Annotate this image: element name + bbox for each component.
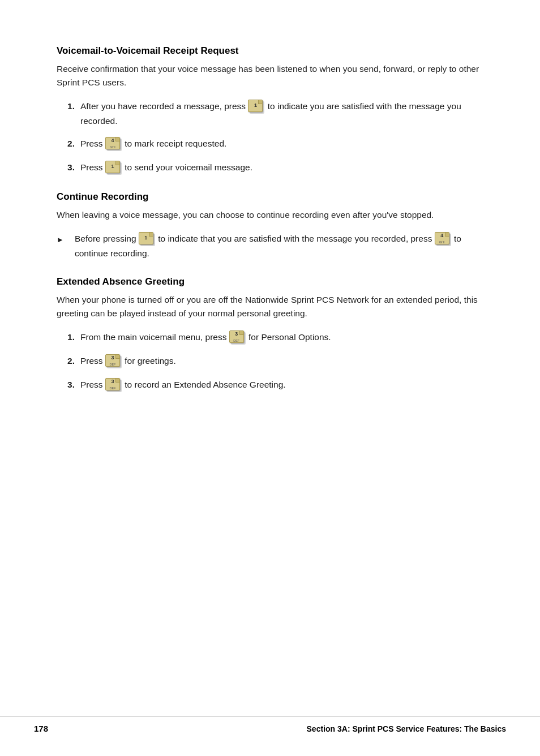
key-3a-button: 3 DEF xyxy=(229,330,244,343)
key-letters: DEF xyxy=(109,362,115,367)
text-after: to mark receipt requested. xyxy=(125,139,226,148)
text-after: for greetings. xyxy=(125,356,175,366)
section-title-voicemail-receipt: Voicemail-to-Voicemail Receipt Request xyxy=(57,45,483,57)
text-before: Press xyxy=(80,380,105,389)
extended-absence-list: 1. From the main voicemail menu, press 3… xyxy=(57,330,483,393)
key-4-wrapper: 4 GHI xyxy=(105,137,122,152)
key-letters: GHI xyxy=(110,145,115,150)
text-after: to record an Extended Absence Greeting. xyxy=(125,380,285,389)
key-4-button: 4 GHI xyxy=(105,137,120,149)
text-before: Press xyxy=(80,162,103,172)
continue-recording-list: ► Before pressing 1 to indicate that you… xyxy=(57,232,483,260)
key-1b-button: 1 xyxy=(105,161,120,173)
text-segment-1: Before pressing xyxy=(75,234,139,243)
list-number: 3. xyxy=(57,161,75,174)
key-number: 1 xyxy=(111,163,114,171)
text-before: After you have recorded a message, press xyxy=(80,101,246,111)
key-letters: GHI xyxy=(439,240,445,245)
key-4b-wrapper: 4 GHI xyxy=(435,232,452,247)
list-number: 3. xyxy=(57,378,75,392)
list-item-content: From the main voicemail menu, press 3 DE… xyxy=(80,330,483,345)
key-number: 4 xyxy=(440,232,443,240)
page-content: Voicemail-to-Voicemail Receipt Request R… xyxy=(0,0,540,756)
section-body-voicemail-receipt: Receive confirmation that your voice mes… xyxy=(57,62,483,89)
list-number: 2. xyxy=(57,354,75,368)
list-item-content: Before pressing 1 to indicate that you a… xyxy=(75,232,483,260)
list-item: 1. From the main voicemail menu, press 3… xyxy=(57,330,483,345)
page-number: 178 xyxy=(34,724,48,733)
key-1b-wrapper: 1 xyxy=(105,161,122,175)
voicemail-receipt-list: 1. After you have recorded a message, pr… xyxy=(57,100,483,175)
section-title-continue-recording: Continue Recording xyxy=(57,191,483,203)
key-letters: DEF xyxy=(109,386,115,391)
key-3b-button: 3 DEF xyxy=(105,354,120,367)
text-before: Press xyxy=(80,139,103,148)
list-item-content: Press 1 to send your voicemail message. xyxy=(80,161,483,175)
section-body-continue-recording: When leaving a voice message, you can ch… xyxy=(57,208,483,222)
key-number: 3 xyxy=(235,330,238,338)
list-item: 1. After you have recorded a message, pr… xyxy=(57,100,483,128)
key-3b-wrapper: 3 DEF xyxy=(105,354,122,369)
key-letters: DEF xyxy=(233,338,239,343)
footer-section-title: Section 3A: Sprint PCS Service Features:… xyxy=(307,724,506,733)
key-number: 3 xyxy=(111,378,114,386)
list-item: 3. Press 3 DEF to record an Extended Abs… xyxy=(57,378,483,393)
list-item: 2. Press 3 DEF for greetings. xyxy=(57,354,483,369)
list-number: 2. xyxy=(57,137,75,151)
key-1c-wrapper: 1 xyxy=(139,232,156,247)
section-continue-recording: Continue Recording When leaving a voice … xyxy=(57,191,483,260)
key-number: 4 xyxy=(111,137,114,145)
section-body-extended-absence: When your phone is turned off or you are… xyxy=(57,293,483,320)
list-item-content: Press 3 DEF to record an Extended Absenc… xyxy=(80,378,483,393)
text-before: Press xyxy=(80,356,105,366)
key-3c-wrapper: 3 DEF xyxy=(105,378,122,393)
key-1-wrapper: 1 xyxy=(248,100,265,114)
key-number: 3 xyxy=(111,354,114,362)
list-number: 1. xyxy=(57,100,75,113)
list-item: 3. Press 1 to send your voicemail messag… xyxy=(57,161,483,175)
list-item-content: Press 3 DEF for greetings. xyxy=(80,354,483,369)
list-item-content: Press 4 GHI to mark receipt requested. xyxy=(80,137,483,152)
text-after: to send your voicemail message. xyxy=(125,162,252,172)
list-item: 2. Press 4 GHI to mark receipt requested… xyxy=(57,137,483,152)
bullet-arrow-icon: ► xyxy=(57,234,70,246)
list-number: 1. xyxy=(57,330,75,344)
key-1-button: 1 xyxy=(248,100,263,112)
text-segment-2: to indicate that you are satisfied with … xyxy=(158,234,435,243)
list-item-content: After you have recorded a message, press… xyxy=(80,100,483,128)
key-3a-wrapper: 3 DEF xyxy=(229,330,246,345)
list-item: ► Before pressing 1 to indicate that you… xyxy=(57,232,483,260)
section-extended-absence: Extended Absence Greeting When your phon… xyxy=(57,276,483,393)
section-voicemail-receipt: Voicemail-to-Voicemail Receipt Request R… xyxy=(57,45,483,175)
text-before: From the main voicemail menu, press xyxy=(80,332,229,342)
key-1c-button: 1 xyxy=(139,232,153,244)
key-number: 1 xyxy=(144,234,147,242)
section-title-extended-absence: Extended Absence Greeting xyxy=(57,276,483,287)
key-3c-button: 3 DEF xyxy=(105,378,120,390)
key-4b-button: 4 GHI xyxy=(435,232,449,244)
key-number: 1 xyxy=(254,102,257,110)
text-after: for Personal Options. xyxy=(248,332,331,342)
page-footer: 178 Section 3A: Sprint PCS Service Featu… xyxy=(0,716,540,733)
